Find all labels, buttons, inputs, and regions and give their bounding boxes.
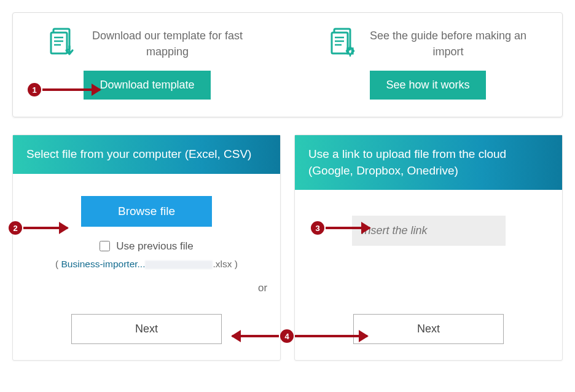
or-label: or bbox=[258, 282, 267, 294]
see-guide-row: See the guide before making an import bbox=[328, 28, 528, 60]
upload-link-panel: Use a link to upload file from the cloud… bbox=[294, 135, 563, 361]
next-button-right[interactable]: Next bbox=[353, 314, 504, 344]
info-card: Download our template for fast mapping D… bbox=[12, 12, 563, 117]
svg-rect-1 bbox=[51, 33, 67, 53]
annotation-arrow-4-right bbox=[295, 335, 367, 337]
annotation-marker-1: 1 bbox=[28, 83, 41, 96]
use-previous-file-label: Use previous file bbox=[116, 240, 194, 253]
see-guide-section: See the guide before making an import Se… bbox=[300, 28, 556, 100]
select-file-panel: Select file from your computer (Excel, C… bbox=[12, 135, 281, 361]
download-template-button[interactable]: Download template bbox=[84, 71, 210, 100]
previous-file-name: ( Business-importer....xlsx ) bbox=[55, 259, 238, 270]
previous-file-blur bbox=[145, 261, 213, 269]
see-guide-text: See the guide before making an import bbox=[369, 28, 528, 60]
annotation-arrow-4-left bbox=[232, 335, 279, 337]
download-template-text: Download our template for fast mapping bbox=[88, 28, 248, 60]
annotation-arrow-1 bbox=[42, 88, 100, 91]
next-button-left[interactable]: Next bbox=[71, 314, 222, 344]
svg-rect-6 bbox=[332, 33, 348, 53]
annotation-arrow-3 bbox=[326, 227, 370, 229]
annotation-arrow-2 bbox=[23, 227, 68, 229]
download-template-row: Download our template for fast mapping bbox=[47, 28, 248, 60]
annotation-marker-4: 4 bbox=[280, 329, 294, 343]
browse-file-button[interactable]: Browse file bbox=[81, 196, 212, 227]
document-download-icon bbox=[47, 28, 77, 57]
see-how-it-works-button[interactable]: See how it works bbox=[370, 71, 485, 100]
panels-row: Select file from your computer (Excel, C… bbox=[12, 135, 563, 361]
document-gear-icon bbox=[328, 28, 358, 57]
previous-file-link[interactable]: Business-importer... bbox=[61, 259, 146, 269]
use-previous-file-checkbox[interactable] bbox=[100, 241, 110, 251]
use-previous-file-row[interactable]: Use previous file bbox=[100, 240, 194, 253]
upload-link-header: Use a link to upload file from the cloud… bbox=[295, 135, 562, 190]
select-file-header: Select file from your computer (Excel, C… bbox=[13, 135, 280, 174]
cloud-link-input[interactable] bbox=[352, 216, 506, 246]
